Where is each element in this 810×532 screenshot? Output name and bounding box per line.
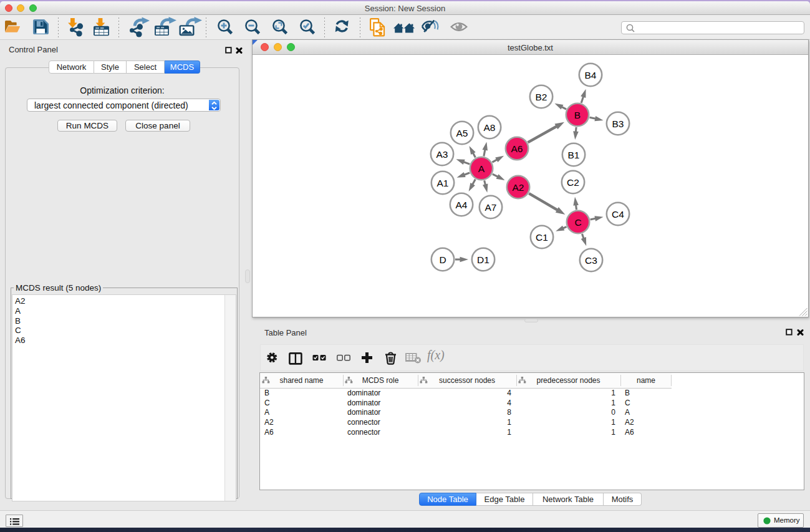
svg-text:A5: A5 — [456, 128, 468, 138]
svg-text:D: D — [439, 254, 446, 265]
svg-text:B1: B1 — [568, 150, 580, 160]
svg-text:A1: A1 — [437, 178, 449, 188]
svg-text:C2: C2 — [567, 177, 579, 188]
svg-text:A: A — [478, 163, 485, 174]
svg-text:A2: A2 — [513, 182, 524, 193]
svg-text:B: B — [574, 110, 581, 120]
svg-text:B2: B2 — [536, 92, 547, 102]
svg-text:C4: C4 — [612, 209, 624, 220]
svg-text:D1: D1 — [477, 254, 489, 265]
svg-text:A6: A6 — [511, 143, 523, 154]
svg-text:A4: A4 — [456, 200, 468, 210]
svg-text:B3: B3 — [612, 118, 624, 129]
svg-text:C1: C1 — [536, 232, 548, 243]
svg-text:C: C — [574, 217, 581, 228]
svg-text:A3: A3 — [436, 149, 448, 160]
svg-text:A7: A7 — [485, 202, 497, 213]
svg-text:A8: A8 — [484, 122, 496, 133]
svg-text:B4: B4 — [585, 70, 597, 80]
svg-text:C3: C3 — [585, 255, 597, 266]
